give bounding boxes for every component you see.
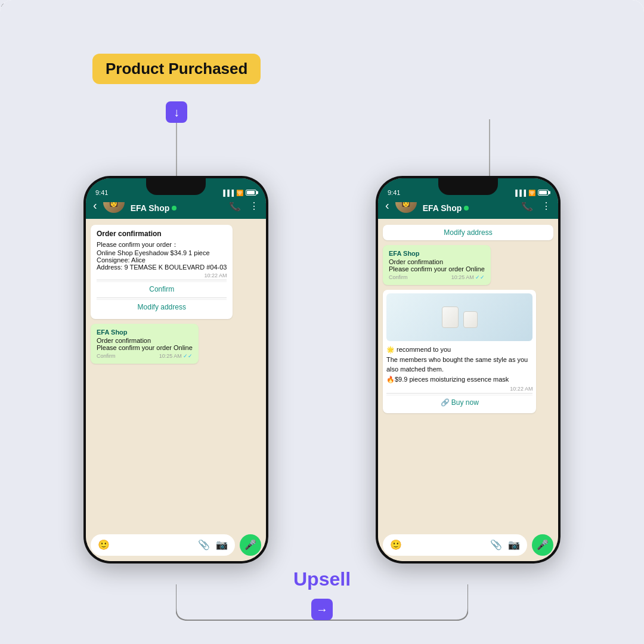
product-purchased-label: Product Purchased <box>92 54 261 84</box>
modify-btn-right[interactable]: Modify address <box>386 228 550 237</box>
right-phone: 9:41 ▐▐▐ 🛜 ‹ 👩 EFA Shop 📞 <box>376 176 561 564</box>
green-confirm-label-left: Confirm <box>97 353 116 359</box>
modify-btn-left[interactable]: Modify address <box>97 299 227 314</box>
product-image-right <box>386 293 532 341</box>
notch-right <box>438 178 498 195</box>
wifi-icon: 🛜 <box>236 190 243 196</box>
input-bar-left: 🙂 📎 📷 🎤 <box>86 528 266 561</box>
price-text: 🔥$9.9 pieces moisturizing essence mask <box>386 376 509 383</box>
green-body-right: Order confirmation Please confirm your o… <box>389 258 485 273</box>
mic-btn-left[interactable]: 🎤 <box>240 534 261 556</box>
shop-name-left: EFA Shop <box>131 203 170 213</box>
left-phone: 9:41 ▐▐▐ 🛜 ‹ 👩 EFA Shop 📞 <box>83 176 268 564</box>
product-box2 <box>463 311 478 328</box>
header-info-left: EFA Shop <box>131 203 223 213</box>
time-left: 9:41 <box>95 189 108 196</box>
emoji-icon-left[interactable]: 🙂 <box>98 539 110 550</box>
modify-addr-right[interactable]: Modify address <box>383 225 553 240</box>
green-time-right: 10:25 AM <box>451 274 474 280</box>
buy-now-btn[interactable]: 🔗 Buy now <box>386 395 532 410</box>
green-time-left: 10:25 AM <box>159 353 182 359</box>
input-field-left[interactable]: 🙂 📎 📷 <box>91 534 235 556</box>
order-msg-left: Order confirmation Please confirm your o… <box>91 225 233 319</box>
recommend-text-right: 🌟 recommend to you The members who bough… <box>386 345 532 384</box>
online-dot-right <box>464 206 469 210</box>
upsell-time-right: 10:22 AM <box>386 386 532 392</box>
double-check-right: ✓✓ <box>475 274 485 280</box>
input-field-right[interactable]: 🙂 📎 📷 <box>383 534 527 556</box>
upsell-msg-right: 🌟 recommend to you The members who bough… <box>383 290 536 413</box>
signal-icon-right: ▐▐▐ <box>513 190 526 196</box>
members-text: The members who bought the same style as… <box>386 356 528 373</box>
mic-btn-right[interactable]: 🎤 <box>532 534 553 556</box>
time-right: 9:41 <box>388 189 400 196</box>
camera-icon-left[interactable]: 📷 <box>216 539 228 550</box>
product-box1 <box>442 306 459 328</box>
order-time-left: 10:22 AM <box>97 273 227 278</box>
notch-left <box>146 178 206 195</box>
online-dot-left <box>172 206 177 210</box>
header-info-right: EFA Shop <box>423 203 515 213</box>
attach-icon-right[interactable]: 📎 <box>490 539 502 550</box>
attach-icon-left[interactable]: 📎 <box>198 539 210 550</box>
order-body-left: Please confirm your order：Online Shop Ey… <box>97 240 227 271</box>
product-purchased-text: Product Purchased <box>106 60 247 78</box>
green-title-left: Order confirmation <box>97 337 151 344</box>
chat-area-right: Modify address EFA Shop Order confirmati… <box>378 219 558 528</box>
green-msg-left: EFA Shop Order confirmation Please confi… <box>91 324 199 364</box>
input-bar-right: 🙂 📎 📷 🎤 <box>378 528 558 561</box>
camera-icon-right[interactable]: 📷 <box>508 539 520 550</box>
green-body-left: Order confirmation Please confirm your o… <box>97 337 193 351</box>
green-title-right: Order confirmation <box>389 258 443 265</box>
arrow-down-icon: ↓ <box>166 101 187 123</box>
signal-icon: ▐▐▐ <box>221 190 234 196</box>
shop-name-right: EFA Shop <box>423 203 462 213</box>
green-shop-right: EFA Shop <box>389 250 485 257</box>
green-msg-right: EFA Shop Order confirmation Please confi… <box>383 245 491 285</box>
chat-area-left: Order confirmation Please confirm your o… <box>86 219 266 528</box>
wifi-icon-right: 🛜 <box>528 190 535 196</box>
order-title-left: Order confirmation <box>97 230 227 238</box>
battery-icon-right <box>538 190 549 196</box>
confirm-btn-left[interactable]: Confirm <box>97 281 227 296</box>
battery-icon-left <box>246 190 256 196</box>
arrow-right-icon: → <box>311 599 333 620</box>
green-order-body-right: Please confirm your order Online <box>389 265 485 273</box>
recommend-label: 🌟 recommend to you <box>386 346 451 353</box>
green-confirm-right: Confirm <box>389 274 408 280</box>
emoji-icon-right[interactable]: 🙂 <box>390 539 402 550</box>
green-shop-left: EFA Shop <box>97 329 193 336</box>
double-check-left: ✓✓ <box>183 353 193 359</box>
green-order-body-left: Please confirm your order Online <box>97 344 193 351</box>
